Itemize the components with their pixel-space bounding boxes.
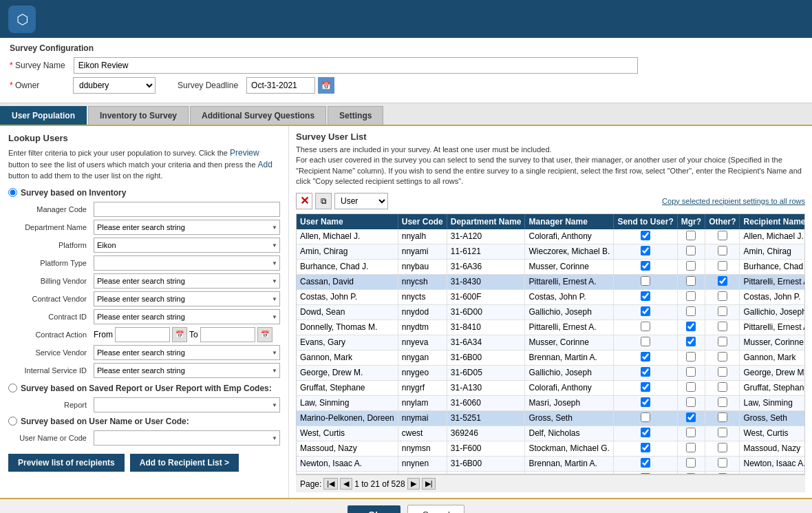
other-checkbox[interactable] [718, 382, 727, 392]
send-checkbox[interactable] [641, 246, 650, 255]
table-row[interactable]: Cassan, David nnycsh 31-8430 Pittarelli,… [297, 274, 805, 289]
copy-all-rows-link[interactable]: Copy selected recipient settings to all … [662, 197, 805, 205]
table-row[interactable]: George, Drew M. nnygeo 31-6D05 Gallichio… [297, 365, 805, 380]
table-row[interactable]: Evans, Gary nnyeva 31-6A34 Musser, Corin… [297, 335, 805, 350]
cell-other[interactable] [705, 289, 740, 304]
send-checkbox[interactable] [641, 458, 650, 468]
cell-mgr[interactable] [677, 320, 705, 335]
cell-mgr[interactable] [677, 365, 705, 380]
other-checkbox[interactable] [718, 276, 727, 286]
mgr-checkbox[interactable] [686, 246, 696, 255]
table-row[interactable]: Newton, Isaac A. nnynen 31-6B00 Brennan,… [297, 456, 805, 471]
cell-send[interactable] [614, 335, 677, 350]
other-checkbox[interactable] [718, 458, 727, 468]
cell-mgr[interactable] [677, 259, 705, 274]
other-checkbox[interactable] [718, 397, 727, 407]
mgr-checkbox[interactable] [686, 322, 696, 331]
service-vendor-select[interactable]: Please enter search string [94, 345, 280, 360]
cell-send[interactable] [614, 426, 677, 441]
cell-other[interactable] [705, 335, 740, 350]
deadline-input[interactable] [246, 77, 315, 94]
send-checkbox[interactable] [641, 428, 650, 437]
table-row[interactable]: Massoud, Nazy nnymsn 31-F600 Stockman, M… [297, 441, 805, 456]
mgr-checkbox[interactable] [686, 412, 696, 422]
table-row[interactable]: Marino-Pelkonen, Doreen nnymai 31-5251 G… [297, 410, 805, 426]
copy-settings-button[interactable]: ⧉ [315, 193, 332, 209]
cell-mgr[interactable] [677, 244, 705, 259]
table-row[interactable]: Law, Sinming nnylam 31-6060 Masri, Josep… [297, 395, 805, 410]
mgr-checkbox[interactable] [686, 458, 696, 468]
mgr-checkbox[interactable] [686, 291, 696, 301]
cell-mgr[interactable] [677, 289, 705, 304]
other-checkbox[interactable] [718, 443, 727, 452]
mgr-checkbox[interactable] [686, 337, 696, 346]
cell-mgr[interactable] [677, 410, 705, 426]
mgr-checkbox[interactable] [686, 397, 696, 407]
send-checkbox[interactable] [641, 276, 650, 286]
deadline-calendar-btn[interactable]: 📅 [318, 77, 334, 94]
cell-mgr[interactable] [677, 441, 705, 456]
tab-user-population[interactable]: User Population [0, 106, 87, 125]
send-checkbox[interactable] [641, 306, 650, 316]
contract-action-to-cal[interactable]: 📅 [257, 327, 273, 342]
table-row[interactable]: West, Curtis cwest 369246 Delf, Nicholas… [297, 426, 805, 441]
other-checkbox[interactable] [718, 306, 727, 316]
table-row[interactable]: Amin, Chirag nnyami 11-6121 Wieczorек, M… [297, 244, 805, 259]
internal-service-id-select[interactable]: Please enter search string [94, 363, 280, 378]
cell-mgr[interactable] [677, 335, 705, 350]
cell-other[interactable] [705, 365, 740, 380]
send-checkbox[interactable] [641, 352, 650, 362]
contract-action-from[interactable] [115, 327, 170, 342]
send-checkbox[interactable] [641, 231, 650, 240]
tab-inventory[interactable]: Inventory to Survey [88, 106, 189, 125]
cell-other[interactable] [705, 456, 740, 471]
send-checkbox[interactable] [641, 261, 650, 271]
cell-send[interactable] [614, 380, 677, 395]
table-row[interactable]: Allen, Michael J. nnyalh 31-A120 Coloraf… [297, 229, 805, 244]
survey-name-input[interactable] [74, 57, 638, 74]
send-checkbox[interactable] [641, 367, 650, 377]
mgr-checkbox[interactable] [686, 306, 696, 316]
cell-mgr[interactable] [677, 350, 705, 365]
cell-mgr[interactable] [677, 395, 705, 410]
delete-row-button[interactable]: ✕ [296, 193, 312, 209]
page-last-btn[interactable]: ▶| [422, 478, 436, 490]
cell-send[interactable] [614, 456, 677, 471]
mgr-checkbox[interactable] [686, 428, 696, 437]
cell-other[interactable] [705, 259, 740, 274]
other-checkbox[interactable] [718, 367, 727, 377]
cell-mgr[interactable] [677, 274, 705, 289]
page-next-btn[interactable]: ▶ [407, 478, 420, 490]
cell-send[interactable] [614, 244, 677, 259]
cell-other[interactable] [705, 395, 740, 410]
mgr-checkbox[interactable] [686, 382, 696, 392]
tab-additional-questions[interactable]: Additional Survey Questions [190, 106, 326, 125]
send-checkbox[interactable] [641, 382, 650, 392]
mgr-checkbox[interactable] [686, 367, 696, 377]
table-row[interactable]: Costas, John P. nnycts 31-600F Costas, J… [297, 289, 805, 304]
mgr-checkbox[interactable] [686, 352, 696, 362]
cell-other[interactable] [705, 410, 740, 426]
mgr-checkbox[interactable] [686, 231, 696, 240]
user-name-code-select[interactable] [94, 430, 280, 446]
mgr-checkbox[interactable] [686, 276, 696, 286]
send-checkbox[interactable] [641, 397, 650, 407]
cell-other[interactable] [705, 426, 740, 441]
preview-recipients-button[interactable]: Preview list of recipients [8, 454, 125, 472]
cell-mgr[interactable] [677, 229, 705, 244]
radio-inventory-label[interactable]: Survey based on Inventory [8, 188, 280, 198]
department-name-select[interactable]: Please enter search string [94, 220, 280, 235]
other-checkbox[interactable] [718, 322, 727, 331]
radio-user-name-label[interactable]: Survey based on User Name or User Code: [8, 417, 280, 426]
radio-saved-report-input[interactable] [8, 384, 17, 392]
cell-send[interactable] [614, 350, 677, 365]
contract-id-select[interactable]: Please enter search string [94, 309, 280, 324]
cell-other[interactable] [705, 441, 740, 456]
ok-button[interactable]: Ok [348, 505, 400, 514]
platform-type-select[interactable] [94, 255, 280, 271]
other-checkbox[interactable] [718, 231, 727, 240]
table-row[interactable]: Donnelly, Thomas M. nnydtm 31-8410 Pitta… [297, 320, 805, 335]
cell-send[interactable] [614, 395, 677, 410]
report-select[interactable] [94, 397, 280, 412]
radio-user-name-input[interactable] [8, 417, 17, 426]
